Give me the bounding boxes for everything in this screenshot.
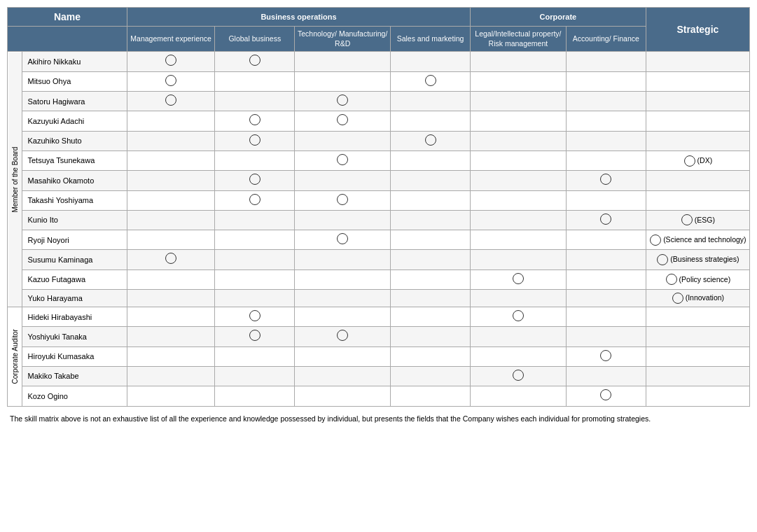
circle-icon xyxy=(249,194,261,205)
circle-icon xyxy=(600,350,611,361)
mgmt-header: Management experience xyxy=(127,27,214,52)
table-row: Kazuhiko Shuto xyxy=(8,131,750,150)
legal-cell xyxy=(471,346,567,366)
strategic-label: (Policy science) xyxy=(679,275,731,285)
circle-icon xyxy=(337,233,348,244)
legal-cell xyxy=(471,307,567,327)
tech-cell xyxy=(295,327,391,346)
global-cell xyxy=(215,250,295,270)
strategic-cell xyxy=(646,386,749,406)
circle-icon xyxy=(337,114,348,125)
tech-cell xyxy=(295,366,391,386)
acct-header: Accounting/ Finance xyxy=(566,27,646,52)
tech-header: Technology/ Manufacturing/ R&D xyxy=(295,27,391,52)
circle-icon xyxy=(600,389,611,400)
table-row: Kunio Ito(ESG) xyxy=(8,210,750,230)
acct-cell xyxy=(566,327,646,346)
global-cell xyxy=(215,52,295,71)
circle-icon xyxy=(249,114,261,125)
global-cell xyxy=(215,290,295,307)
global-cell xyxy=(215,346,295,366)
legal-cell xyxy=(471,171,567,190)
acct-cell xyxy=(566,92,646,111)
business-ops-header: Business operations xyxy=(127,8,470,27)
name-cell: Yuko Harayama xyxy=(22,290,127,307)
name-cell: Ryoji Noyori xyxy=(22,230,127,250)
table-row: Yuko Harayama(Innovation) xyxy=(8,290,750,307)
header-top-row: Name Business operations Corporate Strat… xyxy=(8,8,750,27)
acct-cell xyxy=(566,346,646,366)
mgmt-cell xyxy=(127,366,214,386)
name-cell: Satoru Hagiwara xyxy=(22,92,127,111)
strategic-cell: (Innovation) xyxy=(646,290,749,307)
group-label-1: Corporate Auditor xyxy=(8,307,22,406)
group-label-0: Member of the Board xyxy=(8,52,22,307)
mgmt-cell xyxy=(127,150,214,170)
tech-cell xyxy=(295,346,391,366)
circle-icon xyxy=(425,134,436,146)
strategic-cell xyxy=(646,366,749,386)
circle-icon xyxy=(513,273,524,284)
legal-header: Legal/Intellectual property/ Risk manage… xyxy=(471,27,567,52)
table-row: Satoru Hagiwara xyxy=(8,92,750,111)
strategic-cell: (DX) xyxy=(646,150,749,170)
table-row: Masahiko Okamoto xyxy=(8,171,750,190)
legal-cell xyxy=(471,290,567,307)
strategic-cell xyxy=(646,52,749,71)
global-cell xyxy=(215,190,295,210)
circle-icon xyxy=(249,174,261,185)
legal-cell xyxy=(471,250,567,270)
table-wrapper: Name Business operations Corporate Strat… xyxy=(0,0,757,433)
corporate-header: Corporate xyxy=(471,8,646,27)
sales-cell xyxy=(391,190,471,210)
legal-cell xyxy=(471,366,567,386)
sales-header: Sales and marketing xyxy=(391,27,471,52)
mgmt-cell xyxy=(127,92,214,111)
acct-cell xyxy=(566,270,646,289)
legal-cell xyxy=(471,327,567,346)
sales-cell xyxy=(391,111,471,131)
strategic-cell xyxy=(646,190,749,210)
acct-cell xyxy=(566,366,646,386)
mgmt-cell xyxy=(127,131,214,150)
acct-cell xyxy=(566,190,646,210)
table-row: Takashi Yoshiyama xyxy=(8,190,750,210)
strategic-label: (Innovation) xyxy=(686,293,724,303)
global-header: Global business xyxy=(215,27,295,52)
global-cell xyxy=(215,327,295,346)
legal-cell xyxy=(471,230,567,250)
mgmt-cell xyxy=(127,250,214,270)
sales-cell xyxy=(391,92,471,111)
tech-cell xyxy=(295,92,391,111)
circle-icon xyxy=(249,55,261,66)
legal-cell xyxy=(471,190,567,210)
name-subheader xyxy=(8,27,127,52)
mgmt-cell xyxy=(127,230,214,250)
strategic-cell: (Science and technology) xyxy=(646,230,749,250)
acct-cell xyxy=(566,290,646,307)
strategic-circle-icon xyxy=(666,274,677,285)
legal-cell xyxy=(471,386,567,406)
legal-cell xyxy=(471,111,567,131)
sales-cell xyxy=(391,366,471,386)
legal-cell xyxy=(471,92,567,111)
name-cell: Masahiko Okamoto xyxy=(22,171,127,190)
circle-icon xyxy=(165,75,176,86)
table-row: Hiroyuki Kumasaka xyxy=(8,346,750,366)
table-row: Member of the BoardAkihiro Nikkaku xyxy=(8,52,750,71)
legal-cell xyxy=(471,270,567,289)
global-cell xyxy=(215,111,295,131)
sales-cell xyxy=(391,346,471,366)
acct-cell xyxy=(566,386,646,406)
table-body: Member of the BoardAkihiro NikkakuMitsuo… xyxy=(8,52,750,406)
tech-cell xyxy=(295,71,391,91)
global-cell xyxy=(215,150,295,170)
strategic-cell xyxy=(646,71,749,91)
strategic-label: (DX) xyxy=(697,156,713,166)
name-cell: Tetsuya Tsunekawa xyxy=(22,150,127,170)
legal-cell xyxy=(471,131,567,150)
mgmt-cell xyxy=(127,190,214,210)
strategic-circle-icon xyxy=(681,214,693,225)
table-row: Corporate AuditorHideki Hirabayashi xyxy=(8,307,750,327)
mgmt-cell xyxy=(127,327,214,346)
